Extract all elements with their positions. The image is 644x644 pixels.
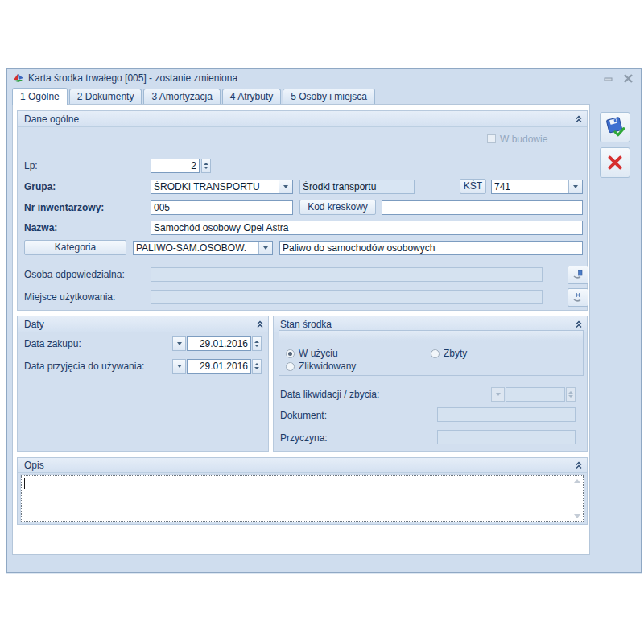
kategoria-name-input[interactable]: [279, 241, 583, 255]
tab-label: Atrybuty: [237, 91, 273, 102]
group-header: Opis: [18, 458, 587, 473]
radio-zlikwidowany[interactable]: Zlikwidowany: [286, 361, 356, 372]
minimize-icon: [604, 76, 613, 82]
chevron-down-icon: [283, 185, 288, 188]
data-przyjecia-calendar-button[interactable]: [172, 359, 186, 374]
kst-button[interactable]: KŚT: [460, 179, 486, 194]
chevron-down-icon: [177, 342, 182, 345]
cancel-x-icon: [605, 153, 625, 172]
data-zakupu-input[interactable]: [187, 336, 251, 351]
miejsce-uzytkowania-input: [151, 290, 543, 304]
group-title: Stan środka: [280, 319, 332, 330]
lp-input[interactable]: [151, 159, 200, 173]
opis-textarea[interactable]: [21, 475, 584, 522]
group-stan-srodka: Stan środka W użyciu Zbyty Zlikwidowany: [273, 316, 588, 452]
data-przyjecia-input[interactable]: [187, 359, 251, 374]
collapse-icon: [575, 461, 583, 469]
kst-combobox[interactable]: [491, 180, 583, 194]
chevron-down-icon: [177, 365, 182, 368]
group-title: Opis: [24, 460, 44, 471]
dokument-label: Dokument:: [280, 408, 327, 423]
radio-zbyty[interactable]: Zbyty: [431, 348, 467, 359]
radio-icon: [286, 362, 295, 371]
radio-selected-icon: [286, 349, 295, 358]
group-daty: Daty Data zakupu: Data przyjęcia do używ…: [17, 316, 269, 452]
tab-osoby-i-miejsca[interactable]: 5 Osoby i miejsca: [283, 89, 375, 105]
kategoria-dropdown-button[interactable]: [258, 242, 272, 254]
group-header: Daty: [18, 316, 268, 332]
radio-icon: [431, 349, 440, 358]
kod-kreskowy-button[interactable]: Kod kreskowy: [299, 200, 376, 215]
save-disk-icon: [604, 116, 626, 138]
title-bar[interactable]: Karta środka trwałego [005] - zostanie z…: [7, 69, 641, 88]
osoba-odpowiedzialna-label: Osoba odpowiedzialna:: [24, 267, 125, 282]
data-likwidacji-label: Data likwidacji / zbycia:: [280, 387, 379, 402]
group-opis: Opis: [17, 457, 588, 525]
osoba-odpowiedzialna-input: [151, 267, 543, 282]
nr-inwentarzowy-label: Nr inwentarzowy:: [24, 200, 104, 215]
data-zakupu-spinner[interactable]: [252, 336, 262, 351]
nr-inwentarzowy-input[interactable]: [151, 200, 293, 215]
minimize-button[interactable]: [601, 73, 616, 85]
collapse-button[interactable]: [572, 460, 584, 471]
przyczyna-label: Przyczyna:: [280, 431, 328, 445]
kst-dropdown-button[interactable]: [568, 180, 582, 193]
group-dane-ogolne: Dane ogólne W budowie Lp: Grupa: KŚT Nr …: [17, 110, 588, 311]
data-przyjecia-spinner[interactable]: [252, 359, 262, 374]
grupa-dropdown-button[interactable]: [279, 180, 292, 193]
kst-value-input[interactable]: [492, 180, 568, 193]
chevron-down-icon: [573, 185, 578, 188]
radio-label: W użyciu: [299, 348, 338, 359]
chevron-down-icon: [496, 393, 501, 396]
nazwa-input[interactable]: [151, 221, 583, 235]
cancel-button[interactable]: [600, 147, 630, 178]
grupa-code-input[interactable]: [151, 180, 279, 193]
collapse-icon: [575, 320, 583, 328]
tab-accel: 5: [291, 91, 296, 102]
tab-accel: 1: [20, 91, 26, 102]
tab-label: Dokumenty: [85, 91, 134, 102]
kategoria-code-input[interactable]: [134, 242, 258, 254]
tab-strip: 1 Ogólne 2 Dokumenty 3 Amortyzacja 4 Atr…: [12, 88, 377, 105]
w-budowie-label: W budowie: [500, 132, 547, 147]
tab-label: Ogólne: [28, 91, 60, 102]
save-button[interactable]: [600, 112, 630, 142]
kod-kreskowy-input[interactable]: [382, 200, 583, 215]
radio-w-uzyciu[interactable]: W użyciu: [286, 348, 338, 359]
window-title: Karta środka trwałego [005] - zostanie z…: [28, 72, 237, 84]
collapse-button[interactable]: [572, 114, 584, 125]
collapse-icon: [575, 115, 583, 123]
collapse-icon: [256, 320, 264, 328]
close-button[interactable]: [621, 73, 635, 85]
kategoria-button[interactable]: Kategoria: [24, 240, 126, 255]
nazwa-label: Nazwa:: [24, 221, 57, 235]
person-history-icon: [572, 270, 584, 280]
radio-label: Zlikwidowany: [299, 361, 356, 372]
data-zakupu-label: Data zakupu:: [24, 336, 81, 351]
tab-atrybuty[interactable]: 4 Atrybuty: [222, 89, 281, 105]
collapse-button[interactable]: [254, 319, 266, 330]
data-przyjecia-label: Data przyjęcia do używania:: [24, 359, 144, 374]
przyczyna-input: [437, 430, 576, 444]
data-likwidacji-spinner: [566, 387, 576, 402]
panel-strip: [279, 331, 583, 341]
tab-ogolne[interactable]: 1 Ogólne: [12, 88, 68, 105]
kategoria-combobox[interactable]: [133, 241, 273, 255]
miejsce-historia-button[interactable]: [568, 288, 588, 307]
group-title: Dane ogólne: [24, 114, 79, 125]
lp-spinner[interactable]: [201, 159, 211, 173]
radio-label: Zbyty: [444, 348, 467, 359]
group-header: Dane ogólne: [18, 111, 587, 127]
collapse-button[interactable]: [572, 319, 584, 330]
tab-amortyzacja[interactable]: 3 Amortyzacja: [143, 89, 220, 105]
data-zakupu-calendar-button[interactable]: [172, 336, 186, 351]
grupa-combobox[interactable]: [151, 180, 293, 194]
scroll-down-icon: [574, 514, 580, 518]
stan-radio-panel: W użyciu Zbyty Zlikwidowany: [279, 330, 584, 376]
close-icon: [623, 74, 634, 84]
tab-label: Osoby i miejsca: [299, 91, 367, 102]
osoba-historia-button[interactable]: [568, 266, 588, 284]
grupa-name-display: [299, 180, 415, 194]
scroll-up-icon: [574, 479, 580, 483]
tab-dokumenty[interactable]: 2 Dokumenty: [69, 89, 142, 105]
